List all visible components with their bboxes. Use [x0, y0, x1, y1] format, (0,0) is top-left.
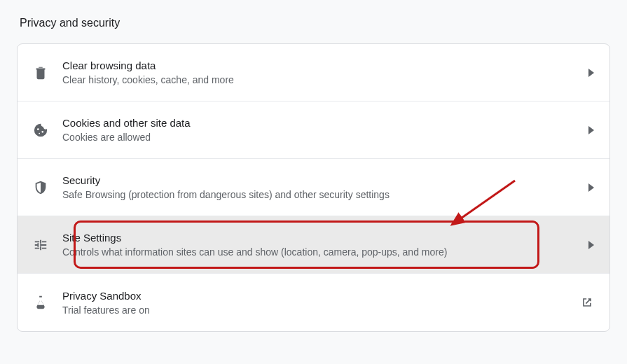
- row-subtitle: Clear history, cookies, cache, and more: [62, 74, 573, 85]
- cookie-icon: [33, 122, 62, 138]
- section-title: Privacy and security: [20, 17, 610, 29]
- row-title: Security: [62, 174, 573, 186]
- row-clear-browsing-data[interactable]: Clear browsing data Clear history, cooki…: [18, 44, 609, 102]
- trash-icon: [33, 65, 62, 80]
- row-site-settings[interactable]: Site Settings Controls what information …: [18, 216, 609, 274]
- row-title: Clear browsing data: [62, 59, 573, 71]
- row-subtitle: Controls what information sites can use …: [62, 246, 573, 258]
- privacy-security-card: Clear browsing data Clear history, cooki…: [17, 43, 610, 332]
- chevron-right-icon: [573, 69, 594, 77]
- row-subtitle: Cookies are allowed: [62, 132, 573, 143]
- row-privacy-sandbox[interactable]: Privacy Sandbox Trial features are on: [18, 274, 609, 331]
- row-title: Site Settings: [62, 232, 573, 244]
- row-subtitle: Safe Browsing (protection from dangerous…: [62, 189, 573, 200]
- chevron-right-icon: [573, 241, 594, 249]
- row-security[interactable]: Security Safe Browsing (protection from …: [18, 159, 609, 216]
- sliders-icon: [33, 237, 62, 253]
- chevron-right-icon: [573, 183, 594, 192]
- shield-icon: [33, 180, 62, 195]
- flask-icon: [33, 295, 62, 310]
- chevron-right-icon: [573, 126, 594, 134]
- row-cookies[interactable]: Cookies and other site data Cookies are …: [18, 102, 609, 159]
- row-title: Privacy Sandbox: [62, 290, 573, 302]
- row-title: Cookies and other site data: [62, 117, 573, 129]
- row-subtitle: Trial features are on: [62, 304, 573, 316]
- external-link-icon: [573, 295, 594, 309]
